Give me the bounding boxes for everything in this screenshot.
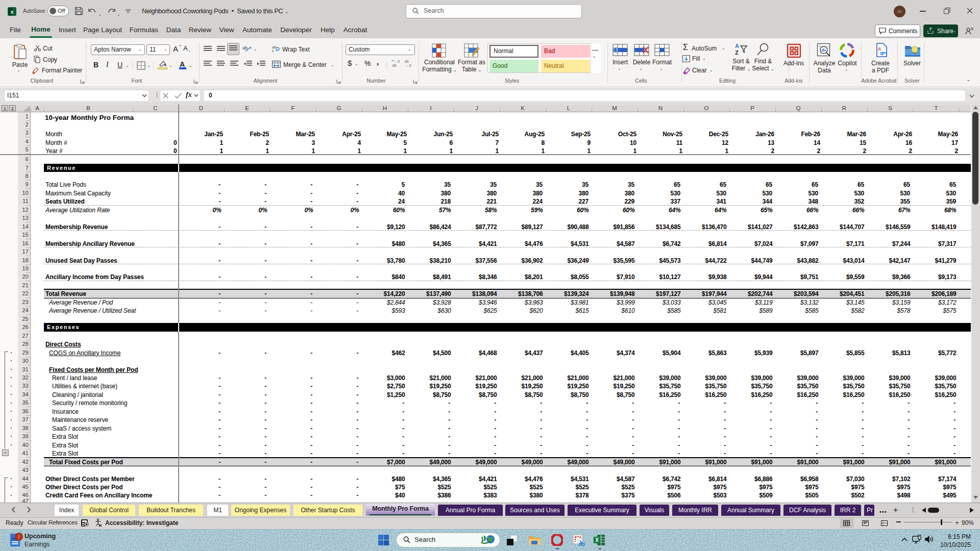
svg-text:A: A	[735, 43, 739, 49]
svg-text:X: X	[595, 537, 599, 543]
svg-text:.00: .00	[404, 60, 409, 63]
svg-text:→.0: →.0	[405, 64, 411, 67]
svg-text:A: A	[878, 46, 881, 52]
svg-text:.00: .00	[391, 64, 397, 67]
svg-text:Z: Z	[735, 49, 739, 56]
svg-text:←0: ←0	[394, 60, 400, 63]
svg-text:c: c	[272, 48, 274, 53]
svg-text:x: x	[11, 9, 14, 15]
svg-text:ab: ab	[242, 45, 248, 51]
svg-text:8: 8	[17, 534, 20, 540]
